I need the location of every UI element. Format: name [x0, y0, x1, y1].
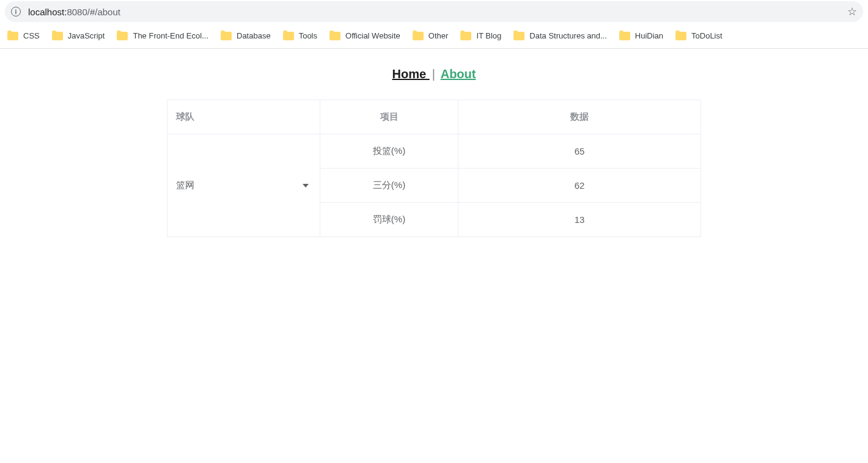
folder-icon	[460, 32, 471, 40]
folder-icon	[221, 32, 232, 40]
bookmark-label: Official Website	[345, 31, 400, 40]
url-host: localhost:	[28, 7, 67, 17]
bookmark-label: Database	[237, 31, 271, 40]
value-cell: 62	[458, 169, 701, 203]
bookmark-item[interactable]: IT Blog	[455, 29, 506, 43]
bookmark-item[interactable]: HuiDian	[614, 29, 668, 43]
folder-icon	[7, 32, 18, 40]
bookmark-item[interactable]: JavaScript	[47, 29, 110, 43]
folder-icon	[413, 32, 424, 40]
folder-icon	[283, 32, 294, 40]
bookmark-label: CSS	[23, 31, 40, 40]
folder-icon	[675, 32, 686, 40]
url-path: /#/about	[87, 7, 120, 17]
bookmark-label: Other	[428, 31, 449, 40]
nav-separator: |	[432, 67, 435, 81]
bookmark-item[interactable]: Other	[408, 29, 454, 43]
info-icon[interactable]: i	[11, 7, 21, 16]
bookmark-item[interactable]: CSS	[2, 29, 45, 43]
table-header-row: 球队 项目 数据	[167, 100, 701, 134]
page-content: Home | About 球队 项目 数据 篮网 投篮(%) 65 三分(%)	[0, 49, 868, 237]
url-text[interactable]: localhost:8080/#/about	[28, 7, 847, 17]
item-cell: 罚球(%)	[320, 203, 458, 237]
table-row: 篮网 投篮(%) 65	[167, 134, 701, 169]
bookmark-item[interactable]: The Front-End Ecol...	[112, 29, 213, 43]
about-link[interactable]: About	[441, 67, 476, 81]
folder-icon	[52, 32, 63, 40]
value-cell: 13	[458, 203, 701, 237]
bookmark-label: HuiDian	[635, 31, 663, 40]
value-cell: 65	[458, 134, 701, 169]
item-cell: 三分(%)	[320, 169, 458, 203]
bookmark-star-icon[interactable]: ☆	[847, 5, 857, 18]
folder-icon	[329, 32, 340, 40]
header-team: 球队	[167, 100, 320, 134]
url-port: 8080	[67, 7, 87, 17]
folder-icon	[117, 32, 128, 40]
bookmarks-bar: CSS JavaScript The Front-End Ecol... Dat…	[0, 23, 868, 49]
home-link[interactable]: Home	[392, 67, 430, 81]
folder-icon	[619, 32, 630, 40]
team-cell[interactable]: 篮网	[167, 134, 320, 237]
bookmark-item[interactable]: Official Website	[325, 29, 405, 43]
team-name: 篮网	[176, 180, 194, 190]
nav-links: Home | About	[0, 67, 868, 81]
bookmark-item[interactable]: Tools	[278, 29, 322, 43]
chevron-down-icon[interactable]	[303, 184, 309, 188]
item-cell: 投篮(%)	[320, 134, 458, 169]
data-table: 球队 项目 数据 篮网 投篮(%) 65 三分(%) 62 罚球(%) 13	[167, 100, 701, 237]
header-data: 数据	[458, 100, 701, 134]
folder-icon	[513, 32, 524, 40]
bookmark-item[interactable]: ToDoList	[671, 29, 727, 43]
bookmark-label: Data Structures and...	[529, 31, 606, 40]
bookmark-label: IT Blog	[476, 31, 501, 40]
bookmark-label: ToDoList	[691, 31, 723, 40]
bookmark-label: Tools	[299, 31, 317, 40]
bookmark-item[interactable]: Database	[216, 29, 276, 43]
header-item: 项目	[320, 100, 458, 134]
bookmark-label: JavaScript	[68, 31, 105, 40]
bookmark-item[interactable]: Data Structures and...	[509, 29, 611, 43]
address-bar[interactable]: i localhost:8080/#/about ☆	[5, 1, 863, 22]
bookmark-label: The Front-End Ecol...	[133, 31, 208, 40]
